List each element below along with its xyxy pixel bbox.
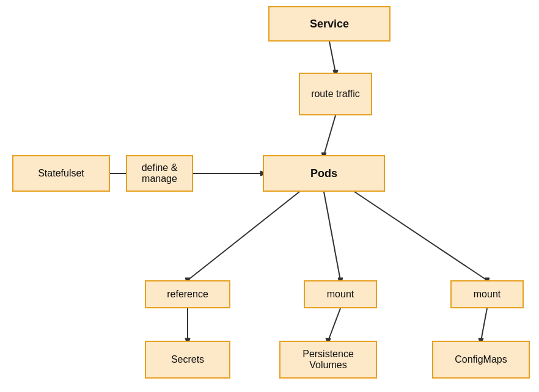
service-node: Service <box>268 6 391 42</box>
diagram: Service route traffic Pods Statefulset d… <box>0 0 539 392</box>
reference-node: reference <box>145 280 230 308</box>
svg-line-15 <box>328 308 340 341</box>
mount2-node: mount <box>450 280 524 308</box>
svg-line-0 <box>329 42 336 73</box>
route-traffic-node: route traffic <box>299 73 372 115</box>
configmaps-node: ConfigMaps <box>432 341 530 379</box>
statefulset-node: Statefulset <box>12 155 110 192</box>
persistence-volumes-node: Persistence Volumes <box>279 341 377 379</box>
svg-line-9 <box>324 192 340 280</box>
arrows-svg <box>0 0 539 392</box>
define-manage-node: define & manage <box>126 155 193 192</box>
svg-line-17 <box>481 308 487 341</box>
svg-line-7 <box>188 192 299 280</box>
mount1-node: mount <box>304 280 377 308</box>
svg-line-2 <box>324 115 336 155</box>
secrets-node: Secrets <box>145 341 230 379</box>
svg-line-11 <box>354 192 487 280</box>
pods-node: Pods <box>263 155 385 192</box>
